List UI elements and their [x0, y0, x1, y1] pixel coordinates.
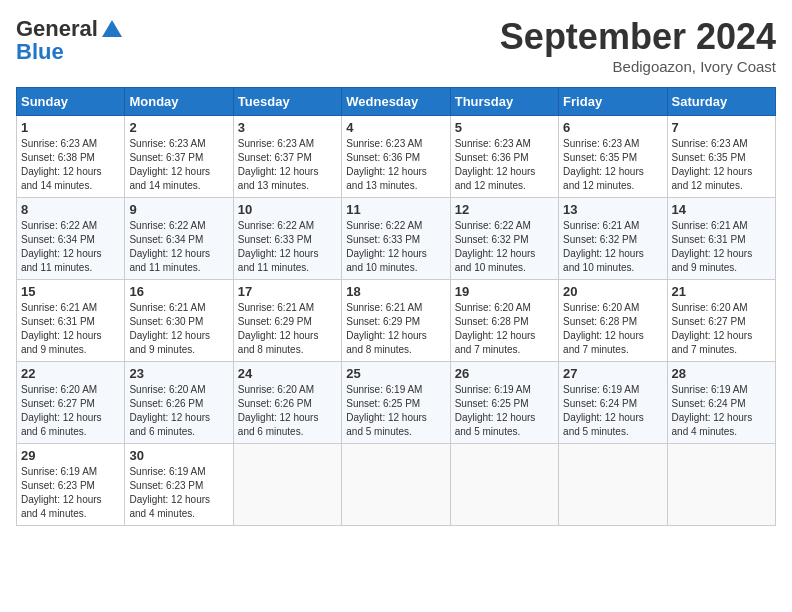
day-number: 9	[129, 202, 228, 217]
weekday-header-wednesday: Wednesday	[342, 88, 450, 116]
day-number: 18	[346, 284, 445, 299]
day-number: 3	[238, 120, 337, 135]
calendar-table: SundayMondayTuesdayWednesdayThursdayFrid…	[16, 87, 776, 526]
day-info: Sunrise: 6:21 AMSunset: 6:29 PMDaylight:…	[346, 301, 445, 357]
day-number: 5	[455, 120, 554, 135]
calendar-cell: 4Sunrise: 6:23 AMSunset: 6:36 PMDaylight…	[342, 116, 450, 198]
day-info: Sunrise: 6:23 AMSunset: 6:37 PMDaylight:…	[129, 137, 228, 193]
day-number: 29	[21, 448, 120, 463]
calendar-cell: 3Sunrise: 6:23 AMSunset: 6:37 PMDaylight…	[233, 116, 341, 198]
day-number: 28	[672, 366, 771, 381]
day-info: Sunrise: 6:23 AMSunset: 6:35 PMDaylight:…	[672, 137, 771, 193]
day-number: 27	[563, 366, 662, 381]
day-info: Sunrise: 6:20 AMSunset: 6:27 PMDaylight:…	[21, 383, 120, 439]
calendar-cell	[450, 444, 558, 526]
day-info: Sunrise: 6:22 AMSunset: 6:34 PMDaylight:…	[129, 219, 228, 275]
calendar-cell: 18Sunrise: 6:21 AMSunset: 6:29 PMDayligh…	[342, 280, 450, 362]
day-info: Sunrise: 6:21 AMSunset: 6:32 PMDaylight:…	[563, 219, 662, 275]
calendar-cell	[667, 444, 775, 526]
day-info: Sunrise: 6:19 AMSunset: 6:23 PMDaylight:…	[21, 465, 120, 521]
day-number: 22	[21, 366, 120, 381]
weekday-header-thursday: Thursday	[450, 88, 558, 116]
calendar-cell: 28Sunrise: 6:19 AMSunset: 6:24 PMDayligh…	[667, 362, 775, 444]
day-number: 4	[346, 120, 445, 135]
calendar-cell: 16Sunrise: 6:21 AMSunset: 6:30 PMDayligh…	[125, 280, 233, 362]
calendar-cell: 12Sunrise: 6:22 AMSunset: 6:32 PMDayligh…	[450, 198, 558, 280]
day-info: Sunrise: 6:20 AMSunset: 6:26 PMDaylight:…	[238, 383, 337, 439]
calendar-cell: 24Sunrise: 6:20 AMSunset: 6:26 PMDayligh…	[233, 362, 341, 444]
day-info: Sunrise: 6:21 AMSunset: 6:31 PMDaylight:…	[672, 219, 771, 275]
day-info: Sunrise: 6:22 AMSunset: 6:33 PMDaylight:…	[346, 219, 445, 275]
day-info: Sunrise: 6:20 AMSunset: 6:27 PMDaylight:…	[672, 301, 771, 357]
calendar-cell: 25Sunrise: 6:19 AMSunset: 6:25 PMDayligh…	[342, 362, 450, 444]
weekday-header-monday: Monday	[125, 88, 233, 116]
location-subtitle: Bedigoazon, Ivory Coast	[500, 58, 776, 75]
day-number: 26	[455, 366, 554, 381]
calendar-cell: 15Sunrise: 6:21 AMSunset: 6:31 PMDayligh…	[17, 280, 125, 362]
day-number: 12	[455, 202, 554, 217]
day-number: 1	[21, 120, 120, 135]
day-info: Sunrise: 6:20 AMSunset: 6:28 PMDaylight:…	[455, 301, 554, 357]
day-number: 19	[455, 284, 554, 299]
day-info: Sunrise: 6:21 AMSunset: 6:30 PMDaylight:…	[129, 301, 228, 357]
calendar-cell: 5Sunrise: 6:23 AMSunset: 6:36 PMDaylight…	[450, 116, 558, 198]
calendar-cell: 8Sunrise: 6:22 AMSunset: 6:34 PMDaylight…	[17, 198, 125, 280]
calendar-cell: 26Sunrise: 6:19 AMSunset: 6:25 PMDayligh…	[450, 362, 558, 444]
day-number: 11	[346, 202, 445, 217]
day-info: Sunrise: 6:19 AMSunset: 6:25 PMDaylight:…	[346, 383, 445, 439]
week-row-4: 22Sunrise: 6:20 AMSunset: 6:27 PMDayligh…	[17, 362, 776, 444]
day-number: 30	[129, 448, 228, 463]
calendar-cell: 29Sunrise: 6:19 AMSunset: 6:23 PMDayligh…	[17, 444, 125, 526]
calendar-cell: 14Sunrise: 6:21 AMSunset: 6:31 PMDayligh…	[667, 198, 775, 280]
calendar-cell: 20Sunrise: 6:20 AMSunset: 6:28 PMDayligh…	[559, 280, 667, 362]
day-number: 7	[672, 120, 771, 135]
day-info: Sunrise: 6:19 AMSunset: 6:25 PMDaylight:…	[455, 383, 554, 439]
day-info: Sunrise: 6:23 AMSunset: 6:36 PMDaylight:…	[455, 137, 554, 193]
week-row-2: 8Sunrise: 6:22 AMSunset: 6:34 PMDaylight…	[17, 198, 776, 280]
day-number: 24	[238, 366, 337, 381]
calendar-cell: 1Sunrise: 6:23 AMSunset: 6:38 PMDaylight…	[17, 116, 125, 198]
day-info: Sunrise: 6:19 AMSunset: 6:24 PMDaylight:…	[672, 383, 771, 439]
day-info: Sunrise: 6:19 AMSunset: 6:24 PMDaylight:…	[563, 383, 662, 439]
calendar-cell: 11Sunrise: 6:22 AMSunset: 6:33 PMDayligh…	[342, 198, 450, 280]
week-row-3: 15Sunrise: 6:21 AMSunset: 6:31 PMDayligh…	[17, 280, 776, 362]
week-row-1: 1Sunrise: 6:23 AMSunset: 6:38 PMDaylight…	[17, 116, 776, 198]
day-info: Sunrise: 6:21 AMSunset: 6:31 PMDaylight:…	[21, 301, 120, 357]
day-number: 13	[563, 202, 662, 217]
calendar-cell: 19Sunrise: 6:20 AMSunset: 6:28 PMDayligh…	[450, 280, 558, 362]
day-number: 8	[21, 202, 120, 217]
day-number: 21	[672, 284, 771, 299]
weekday-header-saturday: Saturday	[667, 88, 775, 116]
weekday-header-tuesday: Tuesday	[233, 88, 341, 116]
day-info: Sunrise: 6:22 AMSunset: 6:34 PMDaylight:…	[21, 219, 120, 275]
calendar-cell: 2Sunrise: 6:23 AMSunset: 6:37 PMDaylight…	[125, 116, 233, 198]
day-info: Sunrise: 6:23 AMSunset: 6:37 PMDaylight:…	[238, 137, 337, 193]
page-header: General Blue September 2024 Bedigoazon, …	[16, 16, 776, 75]
calendar-cell: 17Sunrise: 6:21 AMSunset: 6:29 PMDayligh…	[233, 280, 341, 362]
title-block: September 2024 Bedigoazon, Ivory Coast	[500, 16, 776, 75]
weekday-header-friday: Friday	[559, 88, 667, 116]
day-number: 2	[129, 120, 228, 135]
day-info: Sunrise: 6:23 AMSunset: 6:35 PMDaylight:…	[563, 137, 662, 193]
day-number: 6	[563, 120, 662, 135]
day-number: 17	[238, 284, 337, 299]
logo-icon	[99, 17, 125, 43]
calendar-cell: 30Sunrise: 6:19 AMSunset: 6:23 PMDayligh…	[125, 444, 233, 526]
weekday-header-row: SundayMondayTuesdayWednesdayThursdayFrid…	[17, 88, 776, 116]
calendar-cell	[342, 444, 450, 526]
day-info: Sunrise: 6:23 AMSunset: 6:36 PMDaylight:…	[346, 137, 445, 193]
day-info: Sunrise: 6:21 AMSunset: 6:29 PMDaylight:…	[238, 301, 337, 357]
calendar-cell: 22Sunrise: 6:20 AMSunset: 6:27 PMDayligh…	[17, 362, 125, 444]
logo: General Blue	[16, 16, 126, 65]
day-number: 10	[238, 202, 337, 217]
day-number: 14	[672, 202, 771, 217]
day-info: Sunrise: 6:20 AMSunset: 6:26 PMDaylight:…	[129, 383, 228, 439]
calendar-cell: 6Sunrise: 6:23 AMSunset: 6:35 PMDaylight…	[559, 116, 667, 198]
day-info: Sunrise: 6:20 AMSunset: 6:28 PMDaylight:…	[563, 301, 662, 357]
day-number: 20	[563, 284, 662, 299]
calendar-cell	[559, 444, 667, 526]
day-info: Sunrise: 6:19 AMSunset: 6:23 PMDaylight:…	[129, 465, 228, 521]
calendar-cell	[233, 444, 341, 526]
day-number: 23	[129, 366, 228, 381]
weekday-header-sunday: Sunday	[17, 88, 125, 116]
